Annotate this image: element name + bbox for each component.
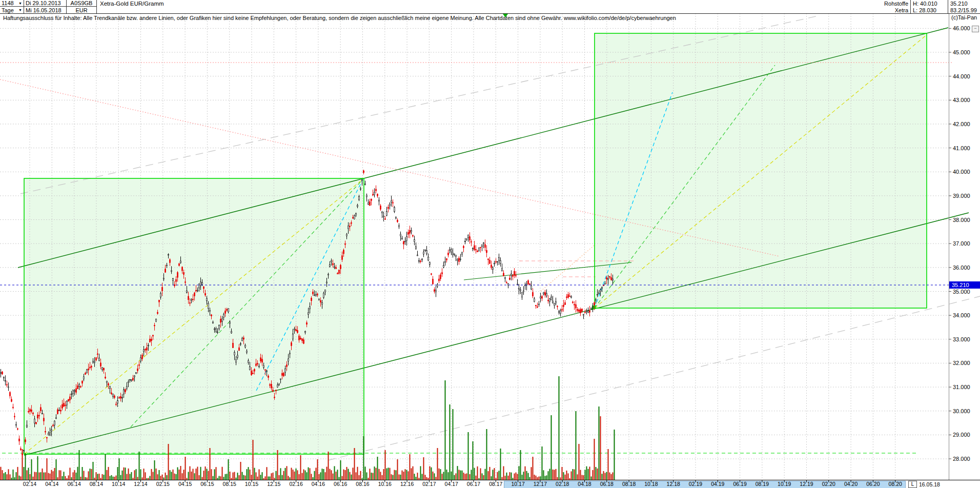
period-value: Tage xyxy=(2,7,14,13)
date-axis-label: 04.18 xyxy=(578,481,591,487)
high-value: H: 40.010 xyxy=(910,0,948,7)
collapse-scale-button[interactable]: − xyxy=(972,26,979,32)
last-price-marker: 35.210 xyxy=(949,281,980,289)
date-axis-label: 08.17 xyxy=(489,481,502,487)
date-axis-label: 08.19 xyxy=(756,481,769,487)
date-axis-label: 02.15 xyxy=(156,481,170,487)
date-axis-label: 10.14 xyxy=(112,481,125,487)
toolbar-row-2: Tage ▼ Mi 16.05.2018 EUR xyxy=(0,7,166,13)
date-axis-label: 10.19 xyxy=(778,481,791,487)
date-axis-label: 06.15 xyxy=(200,481,214,487)
date-axis-label: 12.14 xyxy=(134,481,147,487)
date-axis-label: 04.17 xyxy=(445,481,458,487)
date-axis-label: 02.14 xyxy=(23,481,36,487)
price-axis-label: 31.000 xyxy=(953,384,970,390)
exchange-value: Xetra xyxy=(866,7,910,13)
chevron-down-icon: ▼ xyxy=(18,2,22,5)
period-dropdown[interactable]: Tage ▼ xyxy=(0,7,24,13)
tai-pan-chart-window: 1148 ▼ Di 29.10.2013 A0S9GB Xetra-Gold E… xyxy=(0,0,980,488)
price-axis-label: 36.000 xyxy=(953,265,970,271)
price-axis-label: 38.000 xyxy=(953,217,970,223)
date-axis-label: 10.17 xyxy=(511,481,524,487)
low-value: L: 28.030 xyxy=(910,7,948,13)
last-date-button[interactable]: L xyxy=(908,481,917,488)
date-axis-label: 02.17 xyxy=(422,481,436,487)
date-axis-label: 06.17 xyxy=(467,481,480,487)
chart-canvas[interactable] xyxy=(0,13,949,480)
date-axis-label: 02.16 xyxy=(289,481,302,487)
price-axis: 46.00045.00044.00043.00042.00041.00040.0… xyxy=(949,13,980,488)
date-axis-label: 12.18 xyxy=(667,481,680,487)
date-axis-label: 08.15 xyxy=(223,481,236,487)
date-axis-label: 12.19 xyxy=(800,481,813,487)
event-marker-triangle-icon xyxy=(503,14,508,17)
bars-count-value: 1148 xyxy=(2,0,14,6)
price-axis-label: 41.000 xyxy=(953,145,970,151)
date-axis-label: 06.14 xyxy=(67,481,80,487)
date-axis-label: 08.16 xyxy=(356,481,369,487)
copyright-label: (c)Tai-Pan xyxy=(951,14,977,21)
wkn-cell: A0S9GB xyxy=(67,0,97,7)
date-axis-label: 08.14 xyxy=(90,481,103,487)
instrument-title: Xetra-Gold EUR/Gramm xyxy=(97,0,166,7)
date-to-value: Mi 16.05.2018 xyxy=(26,7,62,13)
price-axis-label: 45.000 xyxy=(953,49,970,55)
date-axis-label: 12.16 xyxy=(400,481,414,487)
price-stat-column: 35.210 83.2/15.99 xyxy=(948,0,980,13)
bars-count-dropdown[interactable]: 1148 ▼ xyxy=(0,0,24,7)
category-value: Rohstoffe xyxy=(866,0,910,7)
date-axis-label: 04.20 xyxy=(844,481,858,487)
toolbar: 1148 ▼ Di 29.10.2013 A0S9GB Xetra-Gold E… xyxy=(0,0,980,14)
date-axis-label: 10.18 xyxy=(644,481,658,487)
date-axis-label: 02.18 xyxy=(556,481,569,487)
date-from-cell: Di 29.10.2013 xyxy=(24,0,67,7)
toolbar-row-1: 1148 ▼ Di 29.10.2013 A0S9GB Xetra-Gold E… xyxy=(0,0,166,7)
date-axis: 02.1404.1406.1408.1410.1412.1402.1504.15… xyxy=(0,480,980,488)
date-axis-label: 04.15 xyxy=(178,481,192,487)
date-axis-label: 04.14 xyxy=(45,481,58,487)
date-to-cell: Mi 16.05.2018 xyxy=(24,7,67,13)
instrument-title-text: Xetra-Gold EUR/Gramm xyxy=(100,1,164,7)
last-date-value: 16.05.18 xyxy=(919,481,940,487)
price-axis-label: 30.000 xyxy=(953,408,970,414)
price-axis-label: 29.000 xyxy=(953,432,970,438)
high-low-column: H: 40.010 L: 28.030 xyxy=(910,0,948,13)
header-extra-stat: 83.2/15.99 xyxy=(948,7,980,13)
price-axis-label: 44.000 xyxy=(953,73,970,79)
currency-cell: EUR xyxy=(67,7,97,13)
price-axis-label: 33.000 xyxy=(953,336,970,342)
date-axis-label: 08.18 xyxy=(622,481,636,487)
wkn-value: A0S9GB xyxy=(71,0,93,6)
date-axis-label: 06.20 xyxy=(866,481,880,487)
toolbar-left: 1148 ▼ Di 29.10.2013 A0S9GB Xetra-Gold E… xyxy=(0,0,166,13)
price-axis-label: 43.000 xyxy=(953,97,970,103)
date-axis-label: 08.20 xyxy=(889,481,902,487)
date-axis-label: 12.15 xyxy=(267,481,280,487)
date-axis-label: 04.19 xyxy=(711,481,724,487)
price-axis-label: 35.000 xyxy=(953,289,970,295)
price-axis-label: 34.000 xyxy=(953,312,970,318)
date-axis-label: 06.16 xyxy=(334,481,347,487)
date-from-value: Di 29.10.2013 xyxy=(26,0,61,6)
date-axis-label: 02.19 xyxy=(689,481,702,487)
category-column: Rohstoffe Xetra xyxy=(866,0,910,13)
header-last-price: 35.210 xyxy=(948,0,980,7)
toolbar-right: Rohstoffe Xetra H: 40.010 L: 28.030 35.2… xyxy=(866,0,980,13)
currency-value: EUR xyxy=(75,7,87,13)
disclaimer-text: Haftungsausschluss für Inhalte: Alle Tre… xyxy=(3,15,676,21)
price-axis-label: 37.000 xyxy=(953,240,970,247)
date-axis-label: 04.16 xyxy=(312,481,325,487)
date-axis-label: 10.16 xyxy=(378,481,392,487)
chevron-down-icon: ▼ xyxy=(18,8,22,12)
date-axis-label: 02.20 xyxy=(822,481,835,487)
date-axis-label: 12.17 xyxy=(534,481,547,487)
price-axis-label: 46.000 xyxy=(953,25,970,31)
date-axis-label: 06.19 xyxy=(733,481,746,487)
date-axis-label: 10.15 xyxy=(245,481,258,487)
price-axis-label: 32.000 xyxy=(953,360,970,366)
price-axis-label: 39.000 xyxy=(953,193,970,199)
price-axis-label: 42.000 xyxy=(953,121,970,127)
date-axis-label: 06.18 xyxy=(600,481,614,487)
price-axis-label: 40.000 xyxy=(953,169,970,175)
price-axis-label: 28.000 xyxy=(953,456,970,462)
